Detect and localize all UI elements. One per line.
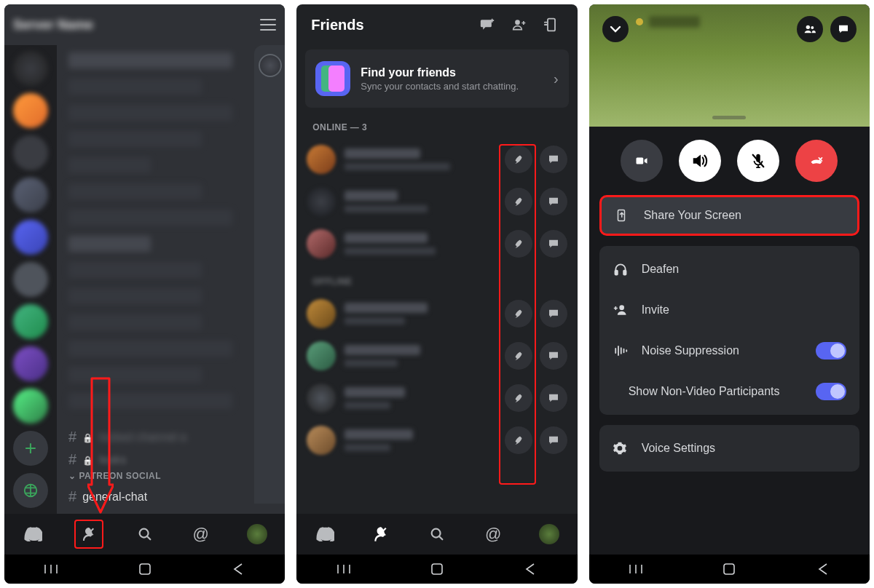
chat-icon[interactable] xyxy=(830,16,857,42)
deafen-button[interactable]: Deafen xyxy=(599,249,859,290)
friend-row[interactable] xyxy=(305,335,568,377)
sync-sub: Sync your contacts and start chatting. xyxy=(361,81,543,92)
add-friend-icon[interactable] xyxy=(508,13,531,36)
voice-settings-button[interactable]: Voice Settings xyxy=(599,428,859,469)
server-list: + xyxy=(4,45,57,514)
noise-wave-icon xyxy=(613,344,629,357)
explore-servers-button[interactable] xyxy=(13,473,48,508)
server-icon-8[interactable] xyxy=(13,389,48,424)
android-home-icon[interactable] xyxy=(721,561,737,577)
screen-friends: Friends Find your friends Sync your cont… xyxy=(296,4,577,584)
sheet-handle-icon[interactable] xyxy=(712,116,746,119)
participants-icon[interactable] xyxy=(797,16,823,42)
add-server-button[interactable]: + xyxy=(13,431,48,466)
friends-title: Friends xyxy=(311,17,466,33)
invite-button[interactable]: Invite xyxy=(599,290,859,330)
video-button[interactable] xyxy=(621,140,663,182)
hangup-button[interactable] xyxy=(795,140,838,182)
call-controls xyxy=(589,127,870,192)
message-button[interactable] xyxy=(540,188,567,215)
noise-suppression-toggle[interactable]: Noise Suppression xyxy=(599,330,859,371)
nav-profile-avatar[interactable] xyxy=(243,520,272,549)
call-button[interactable] xyxy=(505,146,532,173)
speaker-button[interactable] xyxy=(679,140,721,182)
nav-discord-icon[interactable] xyxy=(18,520,47,549)
bottom-nav: @ xyxy=(296,514,577,555)
android-home-icon[interactable] xyxy=(429,561,445,577)
category-patreon-social[interactable]: ⌄ PATREON SOCIAL xyxy=(68,471,273,481)
server-icon-7[interactable] xyxy=(13,346,48,381)
mute-button[interactable] xyxy=(737,140,779,182)
screen-server-channels: Server Name + xyxy=(4,4,285,584)
hash-icon xyxy=(68,488,76,505)
chat-pane-peek xyxy=(254,45,285,504)
server-icon-5[interactable] xyxy=(13,262,48,297)
call-options-panel: Share Your Screen Deafen Invite Noise Su… xyxy=(589,192,870,555)
new-group-dm-icon[interactable] xyxy=(540,13,563,36)
server-icon-1[interactable] xyxy=(13,93,48,128)
sync-contacts-card[interactable]: Find your friends Sync your contacts and… xyxy=(305,49,568,108)
call-video-area xyxy=(589,4,870,127)
nav-friends-icon[interactable] xyxy=(366,520,395,549)
toggle-on[interactable] xyxy=(816,342,846,359)
friend-row[interactable] xyxy=(305,293,568,335)
message-button[interactable] xyxy=(540,300,567,327)
online-label: ONLINE — 3 xyxy=(312,122,561,132)
lock-icon xyxy=(82,453,93,466)
server-icon-3[interactable] xyxy=(13,178,48,212)
channel-header: Server Name xyxy=(4,4,285,45)
hash-icon xyxy=(68,451,76,468)
voice-settings-card: Voice Settings xyxy=(599,425,859,472)
call-button[interactable] xyxy=(505,426,532,454)
channel-locked-2[interactable]: leaks xyxy=(68,448,273,471)
android-home-icon[interactable] xyxy=(137,561,153,577)
android-back-icon[interactable] xyxy=(522,561,538,577)
share-screen-button[interactable]: Share Your Screen xyxy=(599,195,859,236)
avatar xyxy=(307,187,336,216)
nav-discord-icon[interactable] xyxy=(310,520,339,549)
nav-friends-icon[interactable] xyxy=(74,520,103,549)
collapse-icon[interactable] xyxy=(602,16,629,42)
message-button[interactable] xyxy=(540,146,567,173)
server-title: Server Name xyxy=(13,17,260,33)
server-icon-dm[interactable] xyxy=(13,51,48,86)
channel-general-chat[interactable]: general-chat xyxy=(68,485,273,508)
android-back-icon[interactable] xyxy=(815,561,831,577)
message-button[interactable] xyxy=(540,230,567,258)
android-recents-icon[interactable] xyxy=(43,561,59,577)
call-button[interactable] xyxy=(505,188,532,215)
android-recents-icon[interactable] xyxy=(336,561,352,577)
server-icon-4[interactable] xyxy=(13,220,48,255)
android-recents-icon[interactable] xyxy=(628,561,644,577)
svg-rect-4 xyxy=(548,19,555,31)
message-button[interactable] xyxy=(540,426,567,454)
friend-row[interactable] xyxy=(305,419,568,461)
server-icon-6[interactable] xyxy=(13,304,48,339)
call-button[interactable] xyxy=(505,342,532,370)
show-nonvideo-toggle[interactable]: Show Non-Video Participants xyxy=(599,371,859,412)
call-button[interactable] xyxy=(505,300,532,327)
bottom-nav: @ xyxy=(4,514,285,555)
android-back-icon[interactable] xyxy=(230,561,246,577)
nav-mentions-icon[interactable]: @ xyxy=(479,520,508,549)
channel-locked-1[interactable]: locked channel a xyxy=(68,426,273,448)
toggle-on[interactable] xyxy=(816,383,846,400)
call-button[interactable] xyxy=(505,230,532,258)
message-button[interactable] xyxy=(540,342,567,370)
nav-mentions-icon[interactable]: @ xyxy=(186,520,216,549)
friend-row[interactable] xyxy=(305,180,568,223)
friend-row[interactable] xyxy=(305,223,568,265)
nav-search-icon[interactable] xyxy=(422,520,452,549)
menu-icon[interactable] xyxy=(260,19,276,31)
svg-point-3 xyxy=(515,20,520,25)
android-navbar xyxy=(296,555,577,584)
nav-search-icon[interactable] xyxy=(130,520,160,549)
server-icon-2[interactable] xyxy=(13,135,48,170)
message-button[interactable] xyxy=(540,384,567,412)
friend-row[interactable] xyxy=(305,138,568,180)
call-button[interactable] xyxy=(505,384,532,412)
friend-row[interactable] xyxy=(305,377,568,419)
new-message-icon[interactable] xyxy=(476,13,499,36)
svg-point-7 xyxy=(806,25,810,29)
nav-profile-avatar[interactable] xyxy=(535,520,564,549)
